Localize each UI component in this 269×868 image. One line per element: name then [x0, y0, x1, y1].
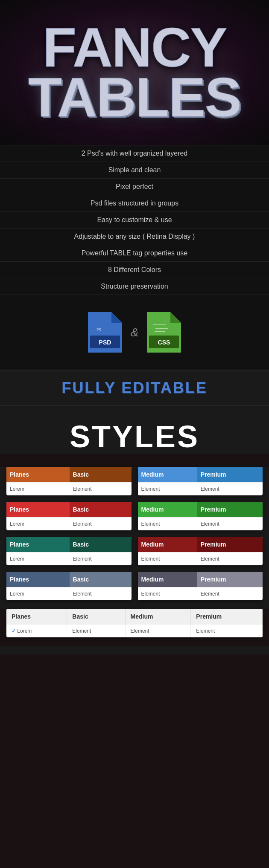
- table-cell: Element: [70, 553, 132, 566]
- table-header: Planes: [6, 537, 70, 553]
- table-orange-brown: Planes Basic Lorem Element: [6, 467, 132, 495]
- feature-item-6: Adjustable to any size ( Retina Display …: [0, 229, 269, 245]
- table-row: Lorem Element: [6, 553, 132, 566]
- table-row: Element Element: [138, 553, 263, 566]
- bottom-padding: [0, 646, 269, 654]
- feature-item-7: Powerful TABLE tag properties use: [0, 245, 269, 262]
- table-header: Basic: [70, 467, 132, 483]
- table-header: Medium: [125, 609, 191, 625]
- table-header: Premium: [197, 467, 263, 483]
- hero-line1: FANCY: [28, 23, 241, 72]
- table-gray-dark: Medium Premium Element Element: [138, 572, 263, 600]
- styles-title: STYLES: [9, 419, 260, 454]
- table-dark-red: Medium Premium Element Element: [138, 537, 263, 565]
- table-cell-checkmark: ✓ Lorem: [6, 625, 67, 638]
- table-cell: Element: [125, 625, 191, 638]
- table-header: Planes: [6, 609, 67, 625]
- table-row: Lorem Element: [6, 587, 132, 601]
- table-header: Premium: [191, 609, 263, 625]
- ampersand-symbol: &: [131, 326, 139, 339]
- css-icon: CSS: [147, 312, 181, 353]
- feature-item-4: Psd files structured in groups: [0, 195, 269, 212]
- table-cell: Element: [138, 553, 197, 566]
- table-header: Basic: [70, 537, 132, 553]
- table-header: Basic: [70, 572, 132, 587]
- table-header: Basic: [67, 609, 125, 625]
- feature-item-9: Structure preservation: [0, 278, 269, 295]
- feature-item-5: Easy to customize & use: [0, 212, 269, 229]
- svg-marker-6: [170, 312, 181, 323]
- table-cell: Element: [67, 625, 125, 638]
- fully-editable-label: FULLY EDITABLE: [61, 379, 207, 396]
- table-row: Element Element: [138, 518, 263, 531]
- table-header: Medium: [138, 502, 197, 518]
- icons-section: PSD PS & CSS: [0, 295, 269, 370]
- table-header: Premium: [197, 572, 263, 587]
- table-row: Lorem Element: [6, 518, 132, 531]
- hero-title: FANCY TABLES: [28, 23, 241, 122]
- table-header: Planes: [6, 572, 70, 587]
- hero-line2: TABLES: [28, 72, 241, 122]
- hero-section: FANCY TABLES: [0, 0, 269, 145]
- table-header: Basic: [70, 502, 132, 518]
- svg-marker-1: [111, 312, 122, 323]
- table-cell: Element: [138, 483, 197, 496]
- styles-section: STYLES: [0, 406, 269, 454]
- table-green: Medium Premium Element Element: [138, 502, 263, 530]
- table-cell: Element: [197, 587, 263, 601]
- feature-item-1: 2 Psd's with well organized layered: [0, 145, 269, 162]
- table-cell: Lorem: [6, 587, 70, 601]
- table-steel-blue: Planes Basic Lorem Element: [6, 572, 132, 600]
- table-cell: Element: [197, 553, 263, 566]
- table-header: Planes: [6, 502, 70, 518]
- tables-grid: Planes Basic Lorem Element Medium Premiu…: [0, 467, 269, 609]
- table-red: Planes Basic Lorem Element: [6, 502, 132, 530]
- table-header: Planes: [6, 467, 70, 483]
- svg-text:CSS: CSS: [158, 339, 170, 346]
- features-section: 2 Psd's with well organized layered Simp…: [0, 145, 269, 295]
- svg-text:PSD: PSD: [99, 339, 111, 346]
- table-header: Premium: [197, 537, 263, 553]
- table-cell: Element: [70, 518, 132, 531]
- table-cell: Element: [197, 483, 263, 496]
- table-cell: Element: [191, 625, 263, 638]
- table-cell: Element: [70, 483, 132, 496]
- table-cell: Lorem: [6, 483, 70, 496]
- table-header: Premium: [197, 502, 263, 518]
- table-header: Medium: [138, 467, 197, 483]
- table-cell: Lorem: [6, 518, 70, 531]
- feature-item-3: Pixel perfect: [0, 179, 269, 195]
- table-row: ✓ Lorem Element Element Element: [6, 625, 263, 638]
- table-header: Medium: [138, 572, 197, 587]
- psd-icon: PSD PS: [88, 312, 122, 353]
- feature-item-2: Simple and clean: [0, 162, 269, 179]
- table-row: Element Element: [138, 587, 263, 601]
- feature-item-8: 8 Different Colors: [0, 262, 269, 278]
- table-cell: Element: [138, 587, 197, 601]
- table-teal-dark: Planes Basic Lorem Element: [6, 537, 132, 565]
- table-row: Element Element: [138, 483, 263, 496]
- table-cell: Element: [138, 518, 197, 531]
- svg-text:PS: PS: [96, 328, 101, 332]
- table-white: Planes Basic Medium Premium ✓ Lorem Elem…: [6, 609, 263, 637]
- table-header: Medium: [138, 537, 197, 553]
- table-cell: Lorem: [6, 553, 70, 566]
- fully-editable-section: FULLY EDITABLE: [0, 370, 269, 406]
- table-cell: Element: [197, 518, 263, 531]
- table-cell: Element: [70, 587, 132, 601]
- table-blue-teal: Medium Premium Element Element: [138, 467, 263, 495]
- table-row: Lorem Element: [6, 483, 132, 496]
- table-full-section: Planes Basic Medium Premium ✓ Lorem Elem…: [6, 609, 263, 637]
